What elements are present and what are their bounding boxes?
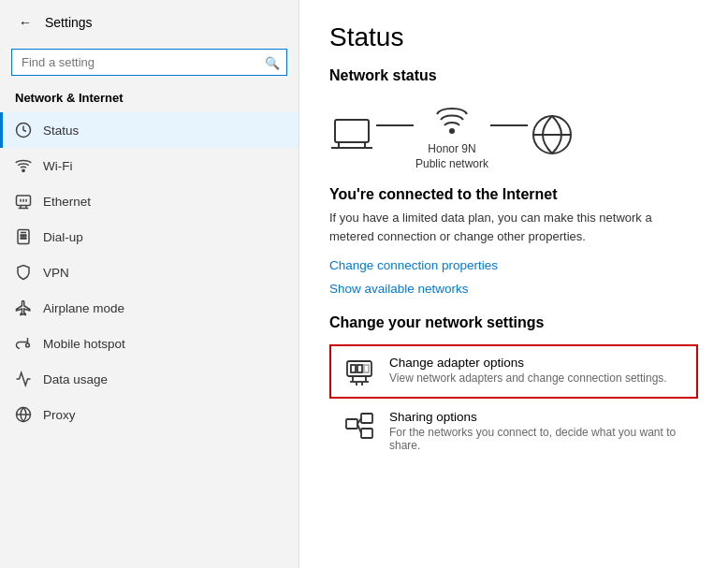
wifi-icon [15,157,32,174]
search-icon: 🔍 [265,55,280,69]
wifi-device: Honor 9N Public network [415,97,488,171]
sidebar-item-label-hotspot: Mobile hotspot [43,337,125,351]
sidebar: ← Settings 🔍 Network & Internet Status W… [0,0,299,568]
svg-rect-38 [361,414,372,423]
sidebar-item-proxy[interactable]: Proxy [0,397,298,432]
sharing-options-item[interactable]: Sharing options For the networks you con… [329,399,698,463]
sidebar-item-vpn[interactable]: VPN [0,255,298,290]
adapter-options-title: Change adapter options [389,356,667,370]
sidebar-item-label-dialup: Dial-up [43,230,83,244]
svg-rect-37 [346,419,357,429]
sidebar-item-hotspot[interactable]: Mobile hotspot [0,326,298,361]
sharing-options-title: Sharing options [389,410,685,424]
laptop-device [329,116,374,153]
vpn-icon [15,264,32,281]
change-network-settings-label: Change your network settings [329,314,698,331]
svg-point-17 [26,343,30,347]
sidebar-item-airplane[interactable]: Airplane mode [0,290,298,326]
change-connection-btn[interactable]: Change connection properties [329,258,498,272]
globe-device [530,112,575,157]
svg-point-13 [25,235,27,237]
svg-point-1 [22,169,24,171]
adapter-options-text: Change adapter options View network adap… [389,356,667,385]
ethernet-icon [15,193,32,210]
search-box-wrap: 🔍 [0,45,298,87]
sidebar-item-ethernet[interactable]: Ethernet [0,183,298,219]
network-diagram: Honor 9N Public network [329,97,698,171]
search-wrap: 🔍 [11,49,287,76]
svg-rect-34 [364,365,369,372]
sidebar-item-label-status: Status [43,124,79,138]
svg-rect-33 [357,365,362,372]
connected-message: You're connected to the Internet [329,186,698,203]
page-title: Status [329,22,698,52]
sidebar-item-label-vpn: VPN [43,266,69,280]
hotspot-icon [15,335,32,352]
line2 [490,124,528,126]
dialup-icon [15,228,32,245]
sharing-icon [342,410,376,442]
sidebar-item-label-proxy: Proxy [43,408,76,422]
proxy-icon [15,406,32,423]
status-icon [15,122,32,138]
svg-point-15 [22,238,24,240]
main-content: Status Network status Honor 9N Publ [299,0,728,568]
sidebar-item-label-ethernet: Ethernet [43,195,91,209]
svg-point-25 [450,129,454,133]
connected-desc: If you have a limited data plan, you can… [329,209,698,245]
search-input[interactable] [11,49,287,76]
change-adapter-options-item[interactable]: Change adapter options View network adap… [329,344,698,399]
svg-rect-32 [351,365,356,372]
device-name: Honor 9N Public network [415,142,488,171]
sidebar-item-status[interactable]: Status [0,112,298,148]
sidebar-item-label-airplane: Airplane mode [43,301,124,315]
svg-point-12 [22,235,24,237]
sharing-options-text: Sharing options For the networks you con… [389,410,685,452]
sidebar-item-dialup[interactable]: Dial-up [0,219,298,255]
svg-point-16 [25,238,27,240]
network-status-label: Network status [329,67,698,84]
sidebar-item-wifi[interactable]: Wi-Fi [0,148,298,183]
adapter-options-desc: View network adapters and change connect… [389,371,667,385]
sidebar-item-data[interactable]: Data usage [0,361,298,397]
svg-point-14 [21,238,22,240]
line1 [376,124,414,126]
back-button[interactable]: ← [15,11,36,34]
sharing-options-desc: For the networks you connect to, decide … [389,426,685,452]
svg-rect-21 [335,120,369,142]
data-icon [15,371,32,387]
show-networks-btn[interactable]: Show available networks [329,282,469,296]
sidebar-header: ← Settings [0,0,298,45]
sidebar-item-label-data: Data usage [43,372,108,386]
svg-point-11 [21,235,22,237]
sidebar-item-label-wifi: Wi-Fi [43,159,72,173]
airplane-icon [15,299,32,316]
settings-title: Settings [45,15,93,30]
nav-section-label: Network & Internet [0,87,298,112]
svg-rect-39 [361,429,372,438]
adapter-icon [342,356,376,387]
